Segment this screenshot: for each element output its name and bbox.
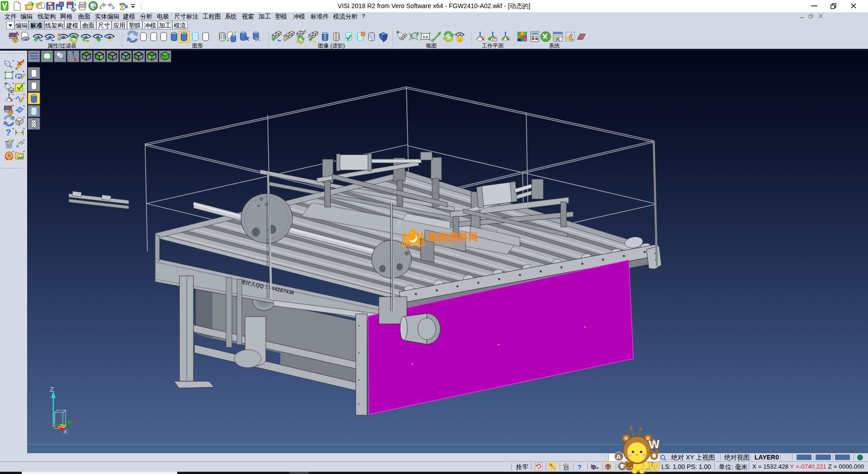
- svg-text:属性/过滤器: 属性/过滤器: [47, 43, 76, 49]
- svg-text:INDUSTRY MANUFACTURING DATA: INDUSTRY MANUFACTURING DATA: [429, 242, 465, 245]
- svg-text:?: ?: [5, 128, 11, 137]
- svg-text:Z: Z: [397, 219, 401, 227]
- svg-text:Y: Y: [72, 418, 76, 425]
- svg-text:图像 (进阶): 图像 (进阶): [318, 43, 344, 49]
- svg-text:W: W: [648, 460, 660, 474]
- svg-text:视图: 视图: [425, 43, 437, 49]
- svg-text:Z: Z: [50, 385, 54, 393]
- svg-text:系统: 系统: [549, 43, 560, 49]
- svg-text:智造资料网: 智造资料网: [428, 232, 478, 242]
- svg-text:1:1: 1:1: [423, 35, 428, 39]
- svg-text:工作平面: 工作平面: [482, 43, 504, 49]
- svg-text:图形: 图形: [192, 43, 203, 49]
- svg-text:A: A: [616, 453, 621, 460]
- svg-text:X: X: [63, 428, 67, 435]
